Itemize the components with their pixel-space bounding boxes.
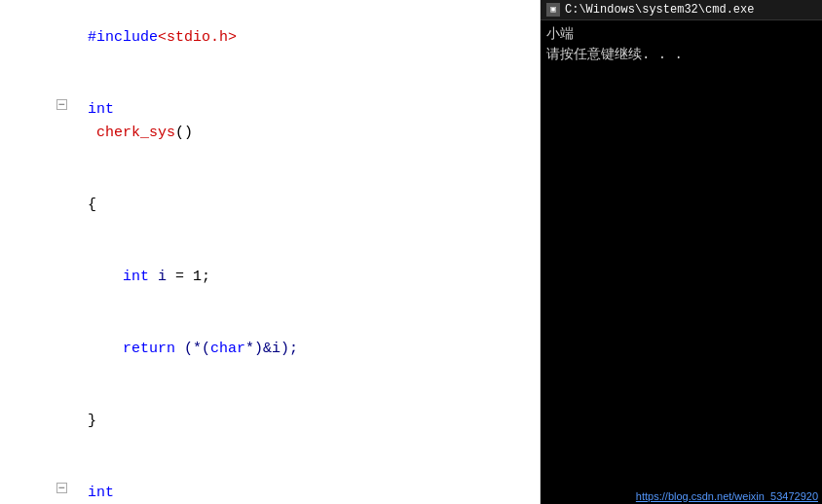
brace-open-1: { bbox=[88, 197, 96, 213]
op-eq: = bbox=[175, 269, 193, 285]
line-content-5: return (*(char*)&i); bbox=[14, 314, 540, 384]
semi-1: ; bbox=[202, 269, 210, 285]
line-content-2: int cherk_sys() bbox=[14, 75, 540, 168]
code-line-1: #include<stdio.h> bbox=[0, 2, 540, 74]
code-line-5: return (*(char*)&i); bbox=[0, 313, 540, 385]
cmd-titlebar: ▣ C:\Windows\system32\cmd.exe bbox=[541, 0, 822, 20]
code-line-2: − int cherk_sys() bbox=[0, 74, 540, 169]
brace-close-1: } bbox=[88, 413, 96, 429]
return-expr-2: *)&i); bbox=[245, 341, 298, 357]
code-line-4: int i = 1; bbox=[0, 241, 540, 313]
return-expr-1: (*( bbox=[175, 341, 210, 357]
num-1: 1 bbox=[193, 269, 202, 285]
cmd-icon: ▣ bbox=[546, 3, 560, 17]
fold-gutter-2[interactable]: − bbox=[0, 78, 14, 134]
cmd-body: 小端 请按任意键继续. . . bbox=[541, 20, 822, 504]
var-i: i bbox=[149, 269, 175, 285]
cmd-window: ▣ C:\Windows\system32\cmd.exe 小端 请按任意键继续… bbox=[541, 0, 822, 504]
fn-cherk: cherk_sys bbox=[88, 125, 175, 141]
cmd-output-line-1: 小端 bbox=[546, 24, 816, 45]
cmd-title: C:\Windows\system32\cmd.exe bbox=[565, 3, 754, 17]
code-line-7: − int main() bbox=[0, 457, 540, 504]
line-content-7: int main() bbox=[14, 458, 540, 504]
cmd-output-line-2: 请按任意键继续. . . bbox=[546, 45, 816, 65]
kw-char-1: char bbox=[210, 341, 245, 357]
kw-int-2: int bbox=[123, 269, 149, 285]
code-area: #include<stdio.h> − int cherk_sys() { bbox=[0, 0, 540, 504]
include-hash: #include bbox=[88, 29, 158, 46]
cmd-url[interactable]: https://blog.csdn.net/weixin_53472920 bbox=[632, 488, 822, 504]
kw-int-1: int bbox=[88, 101, 114, 118]
line-content-6: } bbox=[14, 386, 540, 456]
kw-return-1: return bbox=[123, 341, 175, 357]
code-editor: #include<stdio.h> − int cherk_sys() { bbox=[0, 0, 541, 504]
include-header: <stdio.h> bbox=[158, 29, 237, 46]
fold-gutter-7[interactable]: − bbox=[0, 461, 14, 504]
code-line-3: { bbox=[0, 169, 540, 241]
punct-1: () bbox=[175, 125, 193, 141]
line-content-1: #include<stdio.h> bbox=[14, 3, 540, 73]
kw-int-3: int bbox=[88, 485, 114, 501]
line-content-4: int i = 1; bbox=[14, 242, 540, 312]
line-content-3: { bbox=[14, 170, 540, 240]
code-line-6: } bbox=[0, 385, 540, 457]
